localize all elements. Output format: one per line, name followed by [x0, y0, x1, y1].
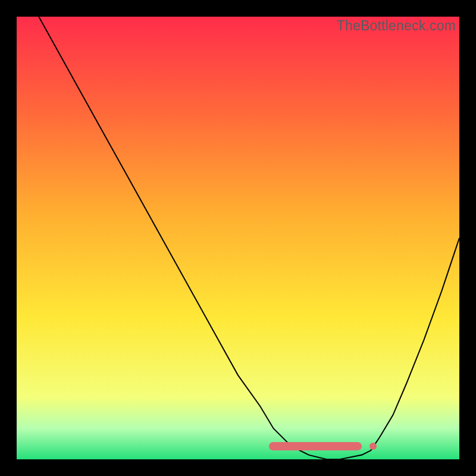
bottleneck-curve — [17, 17, 459, 459]
plot-area: TheBottleneck.com — [17, 17, 459, 459]
optimal-point-marker — [369, 443, 377, 450]
optimal-range-marker — [269, 442, 362, 450]
chart-frame: TheBottleneck.com — [0, 0, 476, 476]
